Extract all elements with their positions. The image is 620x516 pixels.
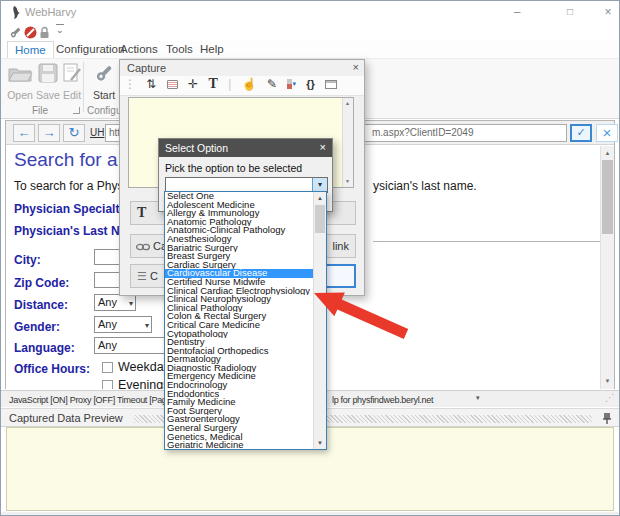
option-list-item[interactable]: Endocrinology (165, 381, 314, 390)
option-list-item[interactable]: Breast Surgery (165, 252, 314, 261)
select-element-icon[interactable]: ✛ (188, 77, 198, 91)
edit-document-icon (62, 63, 82, 83)
preview-window-icon[interactable] (325, 80, 337, 89)
option-list-item[interactable]: Colon & Rectal Surgery (165, 312, 314, 321)
option-list-item[interactable]: Foot Surgery (165, 407, 314, 416)
configuration-group-label: Configu (87, 105, 121, 116)
option-list-item[interactable]: Dentofacial Orthopedics (165, 347, 314, 356)
capture-close-icon[interactable]: × (353, 61, 359, 73)
option-list-item[interactable]: Allergy & Immunology (165, 209, 314, 218)
option-list-item[interactable]: Cardiac Surgery (165, 261, 314, 270)
dialog-title-bar[interactable]: Select Option × (159, 139, 332, 157)
qat-customize-icon[interactable]: ⌄ (56, 24, 64, 36)
maximize-button[interactable]: □ (559, 4, 581, 20)
red-annotation-arrow (301, 281, 416, 343)
option-list-item[interactable]: Clinical Neurophysiology (165, 295, 314, 304)
app-icon (10, 5, 23, 20)
option-list-item[interactable]: Dermatology (165, 355, 314, 364)
distance-select[interactable]: Any▾ (94, 294, 136, 311)
scroll-down-icon[interactable]: ▼ (314, 437, 326, 449)
intro-text-left: To search for a Phys (14, 179, 123, 193)
gender-label: Gender: (14, 320, 60, 334)
highlight-dropdown-icon[interactable]: ▾ (292, 80, 296, 88)
wrench-icon[interactable] (9, 26, 22, 39)
lock-icon[interactable] (39, 26, 50, 39)
scroll-up-icon[interactable]: ▲ (345, 100, 350, 106)
list-scrollbar-thumb[interactable] (315, 205, 325, 233)
option-list-item[interactable]: Adolescent Medicine (165, 201, 314, 210)
horizontal-rule (373, 241, 604, 242)
status-dropdown-icon[interactable]: ▾ (476, 394, 480, 402)
url-cancel-button[interactable]: × (596, 124, 618, 142)
forward-button[interactable]: → (38, 124, 60, 142)
braces-icon[interactable]: {} (306, 78, 315, 90)
option-list-item[interactable]: Genetics, Medical (165, 433, 314, 442)
city-label: City: (14, 253, 41, 267)
chevron-down-icon: ▾ (145, 318, 149, 333)
option-list-item[interactable]: Anatomic-Clinical Pathology (165, 226, 314, 235)
option-list-item[interactable]: Critical Care Medicine (165, 321, 314, 330)
cycle-icon[interactable]: ⇅ (146, 77, 156, 91)
file-group-dialog-launcher[interactable] (73, 107, 80, 114)
webharvy-window: WebHarvy – □ × ⌄ Home Configuration Acti… (0, 0, 620, 516)
option-list-item[interactable]: Clinical Pathology (165, 304, 314, 313)
tab-actions[interactable]: Actions (113, 41, 165, 58)
page-scrollbar[interactable]: ▲ ▼ (600, 146, 614, 389)
option-list-item[interactable]: Dentistry (165, 338, 314, 347)
scroll-down-icon[interactable]: ▼ (601, 375, 614, 388)
scroll-up-icon[interactable]: ▲ (314, 192, 326, 204)
option-list-item[interactable]: Anesthesiology (165, 235, 314, 244)
language-select[interactable]: Any▾ (94, 337, 172, 354)
combobox-dropdown-icon[interactable]: ▾ (312, 178, 327, 192)
start-config-button[interactable]: Start (89, 63, 119, 101)
option-list-item[interactable]: Emergency Medicine (165, 372, 314, 381)
capture-text-icon[interactable]: T (209, 76, 218, 92)
office-hours-label: Office Hours: (14, 362, 90, 376)
refresh-button[interactable]: ↻ (63, 124, 85, 142)
toolbar-separator: | (228, 77, 231, 91)
pencil-icon[interactable]: ✎ (267, 77, 277, 91)
option-list: Select OneAdolescent MedicineAllergy & I… (165, 192, 314, 449)
option-list-item[interactable]: Certified Nurse Midwife (165, 278, 314, 287)
image-icon[interactable] (167, 80, 178, 89)
option-list-item[interactable]: Anatomic Pathology (165, 218, 314, 227)
dialog-close-icon[interactable]: × (320, 141, 326, 153)
option-list-item[interactable]: Clinical Cardiac Electrophysiology (165, 287, 314, 296)
option-list-item[interactable]: Diagnostic Radiology (165, 364, 314, 373)
save-floppy-icon (38, 63, 58, 83)
capture-title-bar[interactable]: Capture × (120, 60, 364, 76)
quick-access-toolbar: ⌄ (1, 23, 619, 41)
option-list-item[interactable]: Endodontics (165, 390, 314, 399)
option-list-item[interactable]: Family Medicine (165, 398, 314, 407)
scrollbar-thumb[interactable] (602, 160, 613, 234)
gender-select[interactable]: Any▾ (94, 316, 152, 333)
option-list-item[interactable]: Geriatric Medicine (165, 441, 314, 449)
evenings-checkbox[interactable] (102, 380, 113, 389)
option-list-item[interactable]: Cardiovascular Disease (165, 269, 314, 278)
pin-icon[interactable] (602, 412, 612, 425)
scroll-down-icon[interactable]: ▼ (345, 178, 350, 184)
url-text-right: m.aspx?ClientID=2049 (372, 125, 473, 141)
tab-home[interactable]: Home (7, 41, 54, 58)
hand-pointer-icon[interactable]: ☝ (242, 77, 257, 91)
weekdays-checkbox[interactable] (102, 362, 113, 373)
capture-area-scrollbar[interactable]: ▲ ▼ (342, 98, 353, 187)
back-button[interactable]: ← (13, 124, 35, 142)
url-apply-button[interactable]: ✓ (570, 124, 592, 142)
disable-icon[interactable] (24, 26, 37, 39)
option-list-item[interactable]: Cytopathology (165, 330, 314, 339)
intro-text-right: ysician's last name. (373, 179, 477, 193)
resize-grip-icon: ⋰ (605, 392, 615, 403)
uh-icon[interactable]: UH (90, 127, 104, 138)
tab-help[interactable]: Help (193, 41, 231, 58)
close-button[interactable]: × (597, 4, 619, 20)
option-list-item[interactable]: General Surgery (165, 424, 314, 433)
minimize-button[interactable]: – (506, 4, 528, 20)
option-list-item[interactable]: Select One (165, 192, 314, 201)
option-list-item[interactable]: Bariatric Surgery (165, 244, 314, 253)
scroll-up-icon[interactable]: ▲ (601, 147, 614, 160)
evenings-label: Evenings (118, 378, 169, 389)
file-group-label: File (32, 105, 48, 116)
option-list-item[interactable]: Gastroenterology (165, 415, 314, 424)
open-button[interactable]: Open (5, 63, 35, 101)
